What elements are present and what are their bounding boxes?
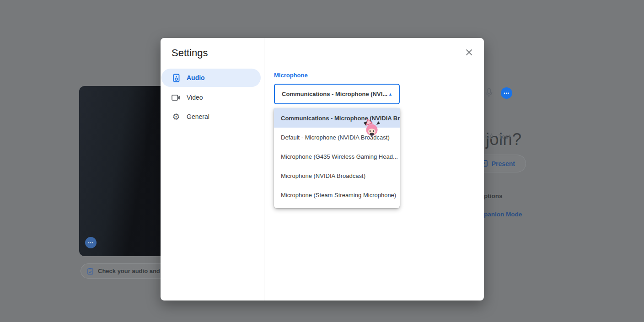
- sidebar-item-audio[interactable]: Audio: [161, 69, 261, 87]
- companion-mode-link-fragment[interactable]: panion Mode: [484, 211, 522, 218]
- custom-mouse-cursor: [361, 118, 382, 140]
- test-label: Test: [499, 133, 510, 140]
- gear-icon: ⚙: [172, 112, 181, 121]
- videocam-icon: [172, 93, 181, 102]
- dialog-title: Settings: [172, 47, 208, 59]
- speaker-cabinet-icon: [172, 73, 181, 82]
- sidebar-item-label: General: [187, 113, 209, 120]
- other-options-text-fragment: ptions: [484, 193, 503, 199]
- sidebar-item-video[interactable]: Video: [161, 88, 261, 107]
- mic-option-nvidia[interactable]: Microphone (NVIDIA Broadcast): [274, 166, 400, 185]
- settings-dialog: Settings Audio: [161, 38, 484, 301]
- clipboard-check-icon: [87, 268, 94, 275]
- present-label: Present: [492, 160, 515, 167]
- mic-option-steam[interactable]: Microphone (Steam Streaming Microphone): [274, 185, 400, 204]
- microphone-select-value: Communications - Microphone (NVI...: [282, 91, 387, 97]
- sidebar-item-label: Audio: [187, 74, 205, 81]
- microphone-select[interactable]: Communications - Microphone (NVI... ▲: [274, 84, 400, 104]
- microphone-section-label: Microphone: [274, 72, 308, 79]
- mic-option-label: Microphone (Steam Streaming Microphone): [281, 192, 396, 199]
- sidebar-item-general[interactable]: ⚙ General: [161, 107, 261, 126]
- mic-option-label: Microphone (G435 Wireless Gaming Head...: [281, 153, 398, 160]
- sidebar-item-label: Video: [187, 94, 203, 101]
- volume-up-icon: [484, 132, 494, 140]
- close-button[interactable]: [462, 46, 475, 59]
- check-audio-video-label: Check your audio and vid: [98, 268, 170, 274]
- more-dots-icon: •••: [504, 91, 509, 96]
- close-icon: [466, 49, 472, 56]
- microphone-level-icon: [483, 87, 494, 98]
- microphone-more-options-button[interactable]: •••: [501, 87, 512, 99]
- speaker-test-button[interactable]: Test: [484, 132, 510, 140]
- mic-option-g435[interactable]: Microphone (G435 Wireless Gaming Head...: [274, 147, 400, 166]
- more-dots-icon: •••: [88, 241, 93, 245]
- video-more-options-button[interactable]: •••: [85, 237, 97, 248]
- mic-option-label: Microphone (NVIDIA Broadcast): [281, 172, 365, 179]
- sidebar-divider: [264, 38, 264, 301]
- meet-prejoin-screen: ••• Check your audio and vid join? Prese…: [0, 0, 644, 322]
- chevron-up-icon: ▲: [388, 92, 392, 97]
